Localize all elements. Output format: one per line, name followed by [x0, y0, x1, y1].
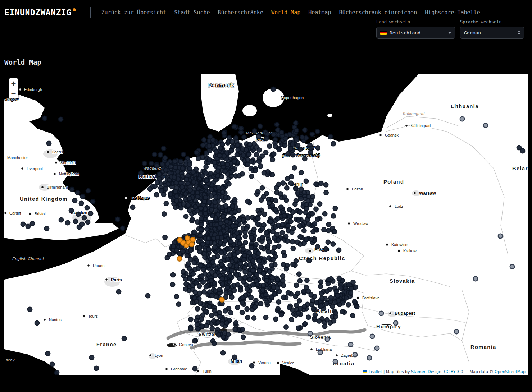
map-marker[interactable]: [314, 207, 318, 212]
map-marker[interactable]: [176, 302, 181, 307]
map-marker[interactable]: [285, 239, 290, 244]
map-marker[interactable]: [276, 306, 281, 311]
map-marker[interactable]: [257, 259, 262, 263]
map-marker[interactable]: [181, 152, 186, 157]
map-marker-highlight[interactable]: [177, 256, 182, 261]
map-marker[interactable]: [210, 293, 214, 298]
map-marker[interactable]: [294, 283, 299, 288]
map-marker[interactable]: [261, 283, 266, 288]
map-marker[interactable]: [304, 206, 309, 211]
map-marker[interactable]: [306, 199, 310, 203]
map-marker[interactable]: [279, 130, 284, 135]
map-marker[interactable]: [294, 303, 299, 308]
map-marker[interactable]: [94, 366, 99, 371]
map-marker[interactable]: [333, 300, 337, 305]
map-marker[interactable]: [273, 144, 278, 148]
map-marker[interactable]: [200, 324, 204, 329]
map-marker[interactable]: [289, 317, 294, 322]
map-marker[interactable]: [227, 182, 231, 186]
map-marker[interactable]: [294, 138, 299, 142]
map-marker[interactable]: [288, 146, 293, 151]
map-marker[interactable]: [201, 280, 205, 284]
map-marker[interactable]: [82, 216, 87, 220]
nav-item-6[interactable]: Bücherschrank einreichen: [339, 9, 417, 16]
map-marker[interactable]: [326, 228, 331, 233]
map-marker[interactable]: [210, 213, 215, 218]
map-marker[interactable]: [460, 117, 465, 121]
map-marker[interactable]: [278, 192, 283, 196]
map-marker[interactable]: [285, 176, 290, 181]
map-marker[interactable]: [154, 193, 159, 197]
map-marker[interactable]: [199, 222, 204, 227]
map-marker[interactable]: [210, 326, 215, 331]
map-marker[interactable]: [267, 201, 272, 206]
map-marker[interactable]: [296, 143, 300, 148]
map-marker[interactable]: [241, 295, 245, 300]
map-marker[interactable]: [181, 249, 185, 254]
map-marker[interactable]: [193, 366, 197, 371]
map-marker[interactable]: [266, 244, 270, 248]
map-marker[interactable]: [236, 148, 241, 152]
map-marker[interactable]: [228, 274, 233, 278]
map-marker[interactable]: [228, 291, 232, 295]
map-marker[interactable]: [42, 116, 47, 121]
map-marker[interactable]: [200, 274, 204, 278]
map-marker[interactable]: [162, 212, 167, 216]
map-marker[interactable]: [257, 159, 262, 164]
map-marker[interactable]: [201, 267, 206, 272]
map-marker[interactable]: [304, 285, 309, 290]
map-marker[interactable]: [229, 268, 234, 273]
map-marker[interactable]: [332, 229, 337, 234]
map-marker[interactable]: [319, 181, 323, 186]
map-marker[interactable]: [264, 292, 268, 297]
map-marker[interactable]: [206, 236, 211, 241]
map-marker[interactable]: [297, 224, 302, 229]
map-marker[interactable]: [187, 166, 192, 171]
map-marker[interactable]: [194, 150, 199, 155]
map-marker[interactable]: [224, 321, 229, 326]
map-marker[interactable]: [309, 146, 314, 151]
map-marker[interactable]: [317, 319, 322, 323]
map-marker[interactable]: [272, 245, 277, 250]
map-marker[interactable]: [228, 311, 233, 315]
map-marker[interactable]: [272, 285, 276, 290]
map-marker[interactable]: [233, 198, 237, 202]
map-marker[interactable]: [196, 156, 201, 161]
map-marker[interactable]: [204, 178, 209, 183]
map-marker[interactable]: [208, 171, 213, 176]
map-marker[interactable]: [21, 222, 26, 227]
map-marker[interactable]: [333, 311, 338, 315]
country-select[interactable]: Deutschland: [376, 27, 455, 39]
language-select[interactable]: German: [460, 27, 524, 39]
map-marker[interactable]: [267, 269, 272, 274]
map-marker[interactable]: [242, 135, 246, 140]
map-marker[interactable]: [258, 124, 263, 129]
map-marker[interactable]: [174, 185, 179, 190]
map-marker[interactable]: [191, 272, 196, 276]
map-marker[interactable]: [171, 244, 176, 249]
map-marker[interactable]: [223, 309, 228, 313]
map-marker[interactable]: [229, 239, 233, 244]
map-marker[interactable]: [310, 212, 315, 216]
map-marker[interactable]: [214, 294, 219, 299]
map-marker[interactable]: [203, 207, 208, 212]
map-marker[interactable]: [323, 212, 327, 216]
map-marker[interactable]: [73, 219, 78, 224]
map-marker[interactable]: [218, 153, 222, 158]
map-marker[interactable]: [253, 168, 258, 173]
map-marker[interactable]: [188, 317, 193, 322]
map-marker[interactable]: [367, 356, 372, 360]
map-marker[interactable]: [173, 165, 178, 170]
map-marker[interactable]: [251, 283, 255, 287]
map-marker[interactable]: [280, 231, 285, 235]
map-marker[interactable]: [281, 262, 286, 267]
map-marker[interactable]: [170, 282, 175, 287]
map-marker[interactable]: [215, 169, 220, 174]
map-marker[interactable]: [155, 180, 160, 185]
map-marker[interactable]: [301, 289, 306, 294]
map-marker[interactable]: [270, 229, 275, 234]
map-marker[interactable]: [498, 234, 503, 239]
map-marker[interactable]: [520, 149, 525, 153]
map-marker[interactable]: [325, 289, 329, 294]
map-marker[interactable]: [288, 219, 293, 224]
